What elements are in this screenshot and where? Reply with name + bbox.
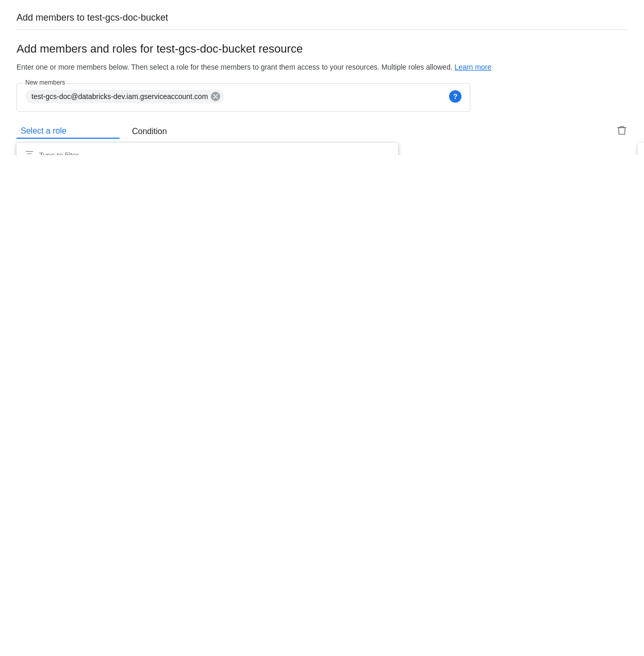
role-section: Select a role Condition — [16, 124, 628, 139]
members-label: New members — [23, 79, 67, 86]
chip-close-button[interactable] — [211, 92, 220, 101]
member-chip: test-gcs-doc@databricks-dev.iam.gservice… — [25, 90, 224, 103]
tooltip-card: Storage Admin Full control of GCS resour… — [638, 143, 644, 155]
new-members-section: New members test-gcs-doc@databricks-dev.… — [16, 83, 470, 112]
section-title: Add members and roles for test-gcs-doc-b… — [16, 42, 628, 56]
filter-input[interactable] — [39, 151, 390, 156]
learn-more-link[interactable]: Learn more — [454, 63, 491, 71]
delete-role-button[interactable] — [616, 125, 628, 139]
filter-row — [16, 143, 398, 155]
select-role-label: Select a role — [21, 126, 67, 136]
description-text: Enter one or more members below. Then se… — [16, 62, 628, 73]
select-role-button[interactable]: Select a role — [16, 124, 120, 139]
page-title: Add members to test-gcs-doc-bucket — [16, 12, 628, 30]
dropdown-panel: All roles Cloud BuildCloud ComposerCloud… — [16, 143, 398, 155]
filter-icon — [25, 149, 34, 155]
members-input-row: test-gcs-doc@databricks-dev.iam.gservice… — [25, 90, 461, 103]
role-row: Select a role Condition — [16, 124, 628, 139]
help-icon-button[interactable]: ? — [449, 90, 461, 103]
chip-email: test-gcs-doc@databricks-dev.iam.gservice… — [31, 92, 208, 101]
condition-label: Condition — [132, 127, 167, 136]
